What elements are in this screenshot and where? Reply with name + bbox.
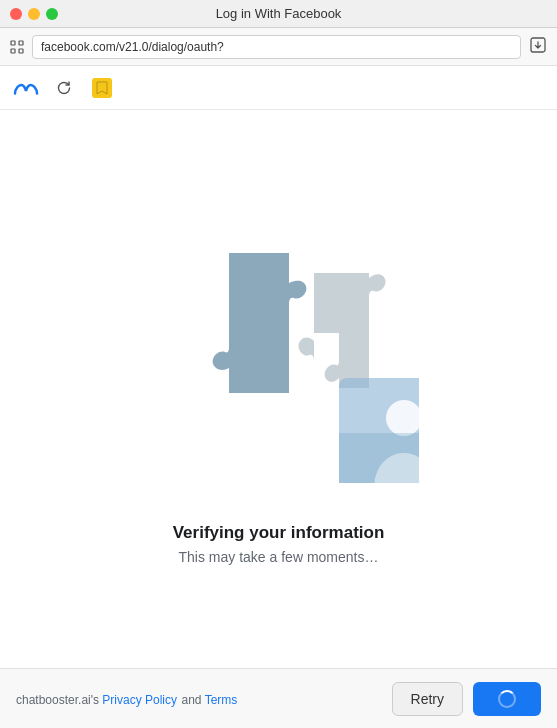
text-section: Verifying your information This may take… bbox=[173, 523, 385, 565]
refresh-button[interactable] bbox=[50, 74, 78, 102]
traffic-lights bbox=[10, 8, 58, 20]
svg-rect-2 bbox=[11, 49, 15, 53]
download-icon[interactable] bbox=[529, 36, 547, 58]
retry-button[interactable]: Retry bbox=[392, 682, 463, 716]
footer-prefix: chatbooster.ai's bbox=[16, 693, 102, 707]
verifying-title: Verifying your information bbox=[173, 523, 385, 543]
verifying-subtitle: This may take a few moments… bbox=[173, 549, 385, 565]
footer: chatbooster.ai's Privacy Policy and Term… bbox=[0, 668, 557, 728]
privacy-policy-link[interactable]: Privacy Policy bbox=[102, 693, 177, 707]
puzzle-illustration bbox=[139, 193, 419, 493]
main-content: Verifying your information This may take… bbox=[0, 110, 557, 668]
svg-rect-1 bbox=[19, 41, 23, 45]
extension-icon bbox=[92, 78, 112, 98]
minimize-button[interactable] bbox=[28, 8, 40, 20]
meta-logo-button[interactable] bbox=[12, 74, 40, 102]
terms-link[interactable]: Terms bbox=[205, 693, 238, 707]
title-bar: Log in With Facebook bbox=[0, 0, 557, 28]
address-input[interactable] bbox=[32, 35, 521, 59]
security-icon bbox=[10, 40, 24, 54]
loading-spinner bbox=[498, 690, 516, 708]
svg-rect-0 bbox=[11, 41, 15, 45]
footer-buttons: Retry bbox=[392, 682, 541, 716]
close-button[interactable] bbox=[10, 8, 22, 20]
bookmark-extension-button[interactable] bbox=[88, 74, 116, 102]
address-bar bbox=[0, 28, 557, 66]
toolbar bbox=[0, 66, 557, 110]
footer-legal-text: chatbooster.ai's Privacy Policy and Term… bbox=[16, 690, 237, 708]
window-title: Log in With Facebook bbox=[216, 6, 342, 21]
svg-rect-3 bbox=[19, 49, 23, 53]
loading-button[interactable] bbox=[473, 682, 541, 716]
footer-and: and bbox=[181, 693, 204, 707]
svg-rect-7 bbox=[339, 433, 419, 483]
maximize-button[interactable] bbox=[46, 8, 58, 20]
